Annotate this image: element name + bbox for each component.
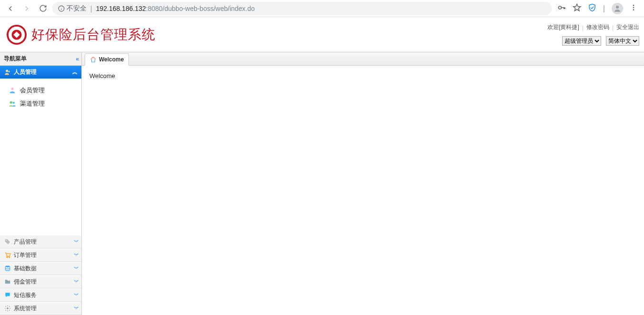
brand-title: 好保险后台管理系统 — [31, 26, 156, 44]
header-selects: 超级管理员 简体中文 — [562, 36, 639, 46]
chevron-down-icon: ︾ — [74, 252, 78, 259]
database-icon — [4, 265, 11, 272]
home-icon — [90, 56, 97, 63]
svg-point-15 — [10, 101, 12, 104]
shield-icon[interactable] — [588, 3, 596, 14]
address-bar[interactable]: 不安全 | 192.168.186.132:8080/dubbo-web-bos… — [52, 2, 552, 15]
brand-logo-icon — [7, 25, 27, 45]
svg-point-16 — [12, 102, 15, 104]
section-label: 产品管理 — [14, 238, 37, 246]
section-label: 人员管理 — [14, 68, 37, 76]
sidebar-section-basedata[interactable]: 基础数据 ︾ — [0, 262, 81, 275]
svg-point-6 — [633, 5, 634, 6]
sidebar-section-product[interactable]: 产品管理 ︾ — [0, 235, 81, 248]
chat-icon — [4, 291, 11, 299]
forward-button[interactable] — [20, 2, 33, 15]
section-label: 基础数据 — [14, 265, 37, 273]
chevron-down-icon: ︾ — [74, 278, 78, 285]
chevron-down-icon: ︾ — [74, 265, 78, 272]
toolbar-separator: | — [603, 4, 605, 13]
chevron-up-icon: ︽ — [72, 69, 78, 76]
welcome-text: 欢迎[黄科捷] — [547, 23, 579, 31]
tabs-bar: Welcome — [82, 52, 644, 66]
people-icon — [4, 69, 11, 76]
svg-point-18 — [7, 257, 8, 258]
sidebar-section-commission[interactable]: 佣金管理 ︾ — [0, 275, 81, 288]
reload-button[interactable] — [36, 2, 49, 15]
section-label: 订单管理 — [14, 251, 37, 259]
svg-point-14 — [11, 88, 13, 90]
users-icon — [9, 100, 16, 108]
browser-actions: | — [555, 3, 640, 14]
language-select[interactable]: 简体中文 — [606, 36, 639, 46]
top-links: 欢迎[黄科捷] | 修改密码 | 安全退出 — [547, 23, 639, 31]
site-info-button[interactable]: 不安全 — [58, 4, 87, 13]
svg-point-12 — [6, 70, 8, 72]
sidebar-section-personnel[interactable]: 人员管理 ︽ — [0, 66, 81, 79]
tab-welcome[interactable]: Welcome — [85, 53, 129, 66]
brand: 好保险后台管理系统 — [7, 25, 156, 45]
svg-point-8 — [633, 9, 634, 10]
section-label: 系统管理 — [14, 305, 37, 313]
chevron-down-icon: ︾ — [74, 305, 78, 312]
svg-point-7 — [633, 7, 634, 8]
logout-link[interactable]: 安全退出 — [616, 23, 639, 31]
sidebar-title-bar: 导航菜单 « — [0, 52, 81, 66]
svg-point-19 — [9, 257, 10, 258]
cart-icon — [4, 251, 11, 259]
sidebar-section-system[interactable]: 系统管理 ︾ — [0, 302, 81, 315]
chevron-down-icon: ︾ — [74, 238, 78, 246]
collapse-sidebar-icon[interactable]: « — [76, 56, 78, 62]
role-select[interactable]: 超级管理员 — [562, 36, 601, 46]
tab-welcome-body: Welcome — [82, 66, 644, 86]
insecure-label: 不安全 — [67, 4, 87, 13]
url-text: 192.168.186.132:8080/dubbo-web-boss/web/… — [96, 5, 255, 12]
sidebar: 导航菜单 « 人员管理 ︽ 会员管理 渠道管理 产品管理 — [0, 52, 82, 315]
sub-item-label: 会员管理 — [20, 86, 45, 95]
main-area: 导航菜单 « 人员管理 ︽ 会员管理 渠道管理 产品管理 — [0, 52, 644, 315]
sidebar-submenu: 会员管理 渠道管理 — [0, 79, 81, 115]
section-label: 佣金管理 — [14, 278, 37, 286]
user-icon — [9, 87, 16, 94]
folder-icon — [4, 278, 11, 285]
svg-point-20 — [5, 266, 10, 267]
key-icon[interactable] — [557, 3, 566, 14]
svg-point-3 — [558, 6, 561, 9]
page-header: 好保险后台管理系统 欢迎[黄科捷] | 修改密码 | 安全退出 超级管理员 简体… — [0, 17, 644, 52]
svg-point-17 — [6, 240, 7, 241]
svg-point-5 — [616, 6, 619, 9]
sidebar-item-channel-mgmt[interactable]: 渠道管理 — [0, 97, 81, 110]
chevron-down-icon: ︾ — [74, 292, 78, 299]
header-right: 欢迎[黄科捷] | 修改密码 | 安全退出 超级管理员 简体中文 — [547, 23, 639, 46]
sub-item-label: 渠道管理 — [20, 99, 45, 108]
sidebar-section-sms[interactable]: 短信服务 ︾ — [0, 288, 81, 302]
svg-marker-4 — [573, 4, 580, 10]
sidebar-spacer — [0, 115, 81, 235]
bookmark-star-icon[interactable] — [573, 3, 581, 14]
address-separator: | — [90, 5, 92, 12]
browser-toolbar: 不安全 | 192.168.186.132:8080/dubbo-web-bos… — [0, 0, 644, 17]
svg-point-13 — [8, 70, 10, 72]
sidebar-item-member-mgmt[interactable]: 会员管理 — [0, 84, 81, 97]
sidebar-section-order[interactable]: 订单管理 ︾ — [0, 248, 81, 262]
svg-point-21 — [7, 307, 9, 309]
back-button[interactable] — [4, 2, 17, 15]
menu-dots-icon[interactable] — [630, 4, 637, 13]
content-area: Welcome Welcome — [82, 52, 644, 315]
gear-icon — [4, 305, 11, 312]
change-password-link[interactable]: 修改密码 — [586, 23, 609, 31]
tag-icon — [4, 238, 11, 246]
section-label: 短信服务 — [14, 291, 37, 299]
profile-avatar[interactable] — [612, 3, 623, 14]
sidebar-title: 导航菜单 — [4, 55, 27, 63]
tab-label: Welcome — [99, 56, 124, 63]
